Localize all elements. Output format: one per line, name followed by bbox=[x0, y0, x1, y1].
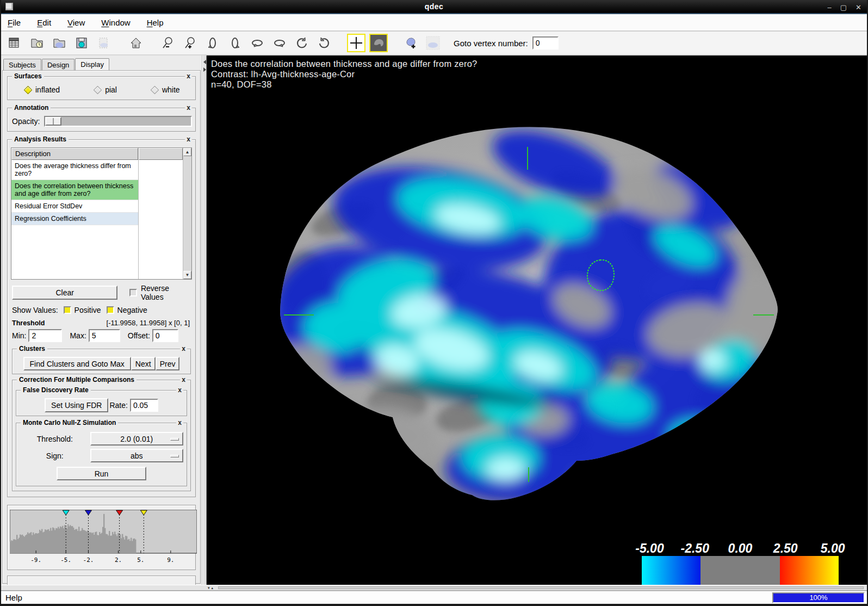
opacity-slider-handle[interactable] bbox=[45, 117, 61, 126]
splitter-rail bbox=[218, 586, 864, 589]
colorbar-label: 2.50 bbox=[773, 541, 798, 556]
rotate-down-button[interactable] bbox=[226, 34, 244, 52]
colorbar-label: -5.00 bbox=[635, 541, 664, 556]
radio-white[interactable] bbox=[151, 85, 159, 94]
maximize-button[interactable]: ▢ bbox=[840, 4, 847, 11]
show-curvature-button[interactable] bbox=[369, 34, 388, 52]
scroll-down-icon[interactable]: ▼ bbox=[183, 271, 191, 279]
goto-vertex-input[interactable] bbox=[532, 36, 559, 50]
radio-inflated[interactable] bbox=[24, 85, 33, 94]
white-label[interactable]: white bbox=[162, 85, 180, 94]
colorbar-label: 0.00 bbox=[728, 541, 753, 556]
tab-subjects[interactable]: Subjects bbox=[3, 59, 41, 70]
results-scrollbar[interactable]: ▲ ▼ bbox=[183, 148, 191, 279]
minimize-button[interactable]: – bbox=[828, 4, 832, 11]
rotate-left-icon bbox=[250, 36, 264, 50]
pane-splitter[interactable] bbox=[202, 55, 207, 585]
rotate-left-button[interactable] bbox=[248, 34, 266, 52]
analysis-results-close-icon[interactable]: x bbox=[185, 136, 192, 143]
rate-input[interactable] bbox=[130, 399, 158, 412]
menu-view[interactable]: View bbox=[67, 18, 85, 27]
horizontal-splitter[interactable]: ▾▴ bbox=[1, 585, 867, 591]
close-button[interactable]: ✕ bbox=[855, 4, 861, 11]
offset-input[interactable] bbox=[152, 329, 178, 342]
mc-sign-dropdown[interactable]: abs bbox=[90, 449, 183, 462]
mc-threshold-dropdown[interactable]: 2.0 (0.01) bbox=[90, 432, 183, 446]
splitter-handle-icon[interactable]: ▾▴ bbox=[208, 586, 215, 590]
show-cursor-icon bbox=[349, 36, 363, 50]
reverse-values-label[interactable]: Reverse Values bbox=[141, 284, 191, 301]
threshold-histogram[interactable]: -9.-5.-2.2.5.9. bbox=[10, 510, 197, 566]
splitter-collapse-left-icon[interactable] bbox=[203, 60, 206, 64]
tab-display[interactable]: Display bbox=[75, 58, 109, 71]
clear-button[interactable]: Clear bbox=[12, 286, 117, 300]
load-label-button[interactable] bbox=[50, 34, 69, 52]
zoom-out-button[interactable] bbox=[159, 34, 177, 52]
zoom-out-icon bbox=[161, 36, 175, 50]
positive-checkbox[interactable] bbox=[64, 306, 71, 314]
save-label-button[interactable] bbox=[72, 34, 91, 52]
result-row-avg-thickness[interactable]: Does the average thickness differ from z… bbox=[11, 160, 138, 180]
next-cluster-button[interactable]: Next bbox=[131, 357, 156, 370]
set-using-fdr-button[interactable]: Set Using FDR bbox=[45, 398, 108, 412]
menu-window[interactable]: Window bbox=[101, 18, 130, 27]
annotation-close-icon[interactable]: x bbox=[185, 104, 192, 112]
positive-label[interactable]: Positive bbox=[75, 306, 101, 314]
menu-edit[interactable]: Edit bbox=[37, 18, 51, 27]
overlay-question: Does the correlation between thickness a… bbox=[211, 59, 477, 69]
tab-design[interactable]: Design bbox=[42, 59, 75, 70]
brain-surface-render[interactable] bbox=[207, 55, 867, 585]
rotate-up-button[interactable] bbox=[203, 34, 222, 52]
run-simulation-button[interactable]: Run bbox=[57, 467, 146, 480]
montecarlo-close-icon[interactable]: x bbox=[176, 419, 183, 426]
qdec-window: qdec – ▢ ✕ File Edit View Window Help bbox=[0, 0, 868, 606]
radio-pial[interactable] bbox=[94, 85, 102, 94]
add-selection-button[interactable] bbox=[401, 34, 420, 52]
fdr-close-icon[interactable]: x bbox=[176, 387, 183, 394]
overlay-dof: n=40, DOF=38 bbox=[211, 79, 477, 90]
results-header[interactable]: Description bbox=[11, 148, 138, 160]
menu-file[interactable]: File bbox=[8, 18, 21, 27]
inflated-label[interactable]: inflated bbox=[35, 85, 60, 94]
toolbar: Goto vertex number: bbox=[1, 32, 867, 55]
clusters-close-icon[interactable]: x bbox=[180, 345, 187, 353]
surfaces-close-icon[interactable]: x bbox=[185, 73, 192, 80]
splitter-collapse-right-icon[interactable] bbox=[203, 67, 206, 72]
prev-cluster-button[interactable]: Prev bbox=[156, 357, 180, 370]
rotate-cw-button[interactable] bbox=[315, 34, 333, 52]
negative-checkbox[interactable] bbox=[107, 306, 114, 314]
correction-close-icon[interactable]: x bbox=[180, 376, 187, 384]
result-row-correlation[interactable]: Does the correlation between thickness a… bbox=[11, 180, 138, 200]
reverse-values-checkbox[interactable] bbox=[129, 289, 137, 296]
load-data-table-button[interactable] bbox=[5, 34, 24, 52]
max-input[interactable] bbox=[89, 329, 120, 342]
load-project-icon bbox=[30, 36, 44, 50]
title-bar: qdec – ▢ ✕ bbox=[1, 0, 867, 14]
clusters-group: Clusters x Find Clusters and Goto Max Ne… bbox=[12, 349, 191, 374]
rotate-ccw-button[interactable] bbox=[293, 34, 311, 52]
surface-view[interactable]: Does the correlation between thickness a… bbox=[207, 55, 867, 585]
view-overlay-text: Does the correlation between thickness a… bbox=[211, 59, 477, 90]
histogram-panel: -9.-5.-2.2.5.9. bbox=[7, 505, 196, 570]
load-label-icon bbox=[52, 36, 66, 50]
threshold-label: Threshold bbox=[12, 319, 45, 327]
show-cursor-button[interactable] bbox=[347, 34, 365, 52]
offset-label: Offset: bbox=[128, 331, 150, 340]
min-input[interactable] bbox=[28, 329, 62, 342]
restore-view-button[interactable] bbox=[127, 34, 145, 52]
find-clusters-button[interactable]: Find Clusters and Goto Max bbox=[23, 357, 131, 370]
window-bottom-frame bbox=[1, 604, 867, 606]
opacity-slider[interactable] bbox=[44, 116, 192, 127]
svg-text:-9.: -9. bbox=[30, 556, 41, 564]
show-values-label: Show Values: bbox=[12, 306, 58, 314]
scroll-up-icon[interactable]: ▲ bbox=[183, 148, 191, 156]
load-project-button[interactable] bbox=[28, 34, 46, 52]
pial-label[interactable]: pial bbox=[105, 85, 117, 94]
menu-help[interactable]: Help bbox=[147, 18, 164, 27]
zoom-in-button[interactable] bbox=[181, 34, 200, 52]
colorbar-label: 5.00 bbox=[821, 541, 845, 556]
result-row-regression[interactable]: Regression Coefficients bbox=[11, 213, 138, 225]
negative-label[interactable]: Negative bbox=[117, 306, 147, 314]
result-row-residual[interactable]: Residual Error StdDev bbox=[11, 200, 138, 213]
rotate-right-button[interactable] bbox=[270, 34, 289, 52]
